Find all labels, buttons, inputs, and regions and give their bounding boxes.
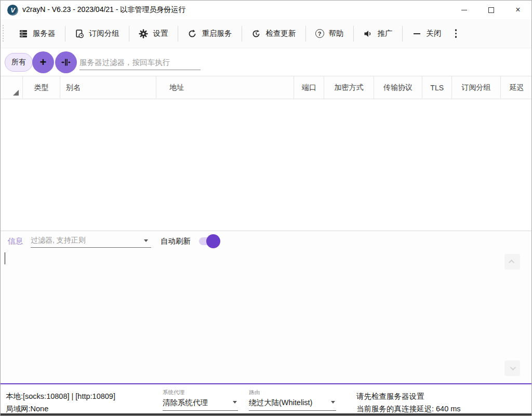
title-bar: V v2rayN - V6.23 - 2023/04/21 - 以非管理员身份运… <box>1 1 531 19</box>
text-caret <box>5 252 5 264</box>
toolbar-overflow-menu[interactable] <box>448 26 464 41</box>
group-chip-all[interactable]: 所有 <box>5 53 33 72</box>
chevron-down-icon <box>510 365 516 370</box>
plus-icon: + <box>40 56 47 69</box>
toolbar-restart-service-button[interactable]: 重启服务 <box>181 24 238 43</box>
status-bar: 本地:[socks:10808] | [http:10809] 局域网:None… <box>1 383 531 414</box>
promote-speaker-icon <box>363 29 373 38</box>
window-controls: × <box>450 1 531 19</box>
minimize-icon <box>461 10 467 10</box>
routing-value[interactable]: 绕过大陆(Whitelist) <box>249 397 336 411</box>
toolbar-separator <box>402 26 403 42</box>
close-icon: × <box>515 6 520 14</box>
chevron-down-icon <box>331 401 335 404</box>
toolbar-subscription-group-label: 订阅分组 <box>89 29 119 38</box>
help-icon: ? <box>315 29 324 38</box>
check-server-hint: 请先检查服务器设置 <box>356 390 461 402</box>
column-header-alias[interactable]: 别名 <box>60 76 156 99</box>
toolbar-separator <box>65 26 65 42</box>
toolbar-help-button[interactable]: ? 帮助 <box>309 24 350 43</box>
column-width-button[interactable] <box>55 51 77 73</box>
column-header-port[interactable]: 端口 <box>294 76 324 99</box>
server-table-header: 类型 别名 地址 端口 加密方式 传输协议 TLS 订阅分组 延迟 <box>1 76 531 99</box>
toolbar-grip-handle[interactable] <box>2 25 5 43</box>
info-label: 信息 <box>8 236 23 246</box>
check-update-icon <box>251 29 261 38</box>
toolbar-promote-label: 推广 <box>378 29 393 38</box>
system-proxy-value[interactable]: 清除系统代理 <box>163 397 238 411</box>
toolbar-check-update-button[interactable]: 检查更新 <box>245 24 302 43</box>
server-filter-input[interactable] <box>79 55 201 70</box>
local-listen-info: 本地:[socks:10808] | [http:10809] 局域网:None <box>6 390 115 415</box>
gear-icon <box>139 29 149 38</box>
auto-refresh-toggle[interactable] <box>199 237 219 245</box>
toolbar-separator <box>353 26 354 42</box>
routing-combo[interactable]: 路由 绕过大陆(Whitelist) <box>249 389 336 411</box>
select-all-triangle-icon <box>13 90 19 96</box>
column-header-transport[interactable]: 传输协议 <box>374 76 422 99</box>
toolbar-settings-label: 设置 <box>153 29 168 38</box>
system-proxy-combo[interactable]: 系统代理 清除系统代理 <box>163 389 238 411</box>
routing-label: 路由 <box>249 389 336 396</box>
taskbar-edge <box>1 413 531 415</box>
close-button[interactable]: × <box>504 1 531 19</box>
column-header-encryption[interactable]: 加密方式 <box>324 76 374 99</box>
toolbar-separator <box>178 26 178 42</box>
toolbar-help-label: 帮助 <box>329 29 344 38</box>
local-ports-text: 本地:[socks:10808] | [http:10809] <box>6 390 115 402</box>
column-resize-icon <box>61 57 71 68</box>
maximize-button[interactable] <box>477 1 504 19</box>
auto-refresh-label: 自动刷新 <box>161 236 191 246</box>
servers-icon <box>18 29 28 38</box>
group-filter-bar: 所有 + <box>1 48 531 76</box>
scroll-up-button[interactable] <box>504 254 520 270</box>
scroll-down-button[interactable] <box>504 360 520 376</box>
subscription-icon <box>75 29 85 38</box>
chevron-down-icon <box>144 239 148 242</box>
toolbar-subscription-group-button[interactable]: 订阅分组 <box>69 24 126 43</box>
chevron-up-icon <box>509 260 514 265</box>
toolbar-servers-label: 服务器 <box>33 29 56 38</box>
toolbar-servers-button[interactable]: 服务器 <box>12 24 62 43</box>
window-title: v2rayN - V6.23 - 2023/04/21 - 以非管理员身份运行 <box>22 5 185 15</box>
column-header-delay[interactable]: 延迟 <box>501 76 531 99</box>
toolbar-promote-button[interactable]: 推广 <box>357 24 399 43</box>
toolbar-separator <box>242 26 242 42</box>
v2rayn-window: V v2rayN - V6.23 - 2023/04/21 - 以非管理员身份运… <box>0 0 532 416</box>
close-dash-icon <box>412 29 422 38</box>
message-log-area[interactable] <box>1 251 531 383</box>
toolbar-separator <box>129 26 129 42</box>
system-proxy-label: 系统代理 <box>163 389 238 396</box>
toolbar-close-button[interactable]: 关闭 <box>406 24 448 43</box>
toolbar-close-label: 关闭 <box>427 29 442 38</box>
toolbar-check-update-label: 检查更新 <box>266 29 296 38</box>
server-table-body[interactable] <box>1 99 531 231</box>
column-header-address[interactable]: 地址 <box>156 76 294 99</box>
column-header-subscription[interactable]: 订阅分组 <box>452 76 500 99</box>
add-group-button[interactable]: + <box>32 51 54 73</box>
column-header-type[interactable]: 类型 <box>23 76 60 99</box>
toolbar-separator <box>305 26 306 42</box>
restart-icon <box>188 29 197 38</box>
column-header-tls[interactable]: TLS <box>422 76 452 99</box>
maximize-icon <box>488 7 494 13</box>
message-filter-input[interactable] <box>31 233 137 247</box>
toolbar-settings-button[interactable]: 设置 <box>132 24 175 43</box>
select-all-corner[interactable] <box>1 76 23 99</box>
chevron-down-icon <box>233 401 237 404</box>
app-logo-icon: V <box>7 5 18 16</box>
main-toolbar: 服务器 订阅分组 <box>1 19 531 48</box>
toolbar-restart-service-label: 重启服务 <box>202 29 232 38</box>
message-filter-combo[interactable] <box>31 233 151 248</box>
minimize-button[interactable] <box>450 1 477 19</box>
toggle-knob <box>206 234 220 248</box>
service-status-info: 请先检查服务器设置 当前服务的真连接延迟: 640 ms <box>356 390 461 415</box>
message-toolbar: 信息 自动刷新 <box>1 231 531 251</box>
